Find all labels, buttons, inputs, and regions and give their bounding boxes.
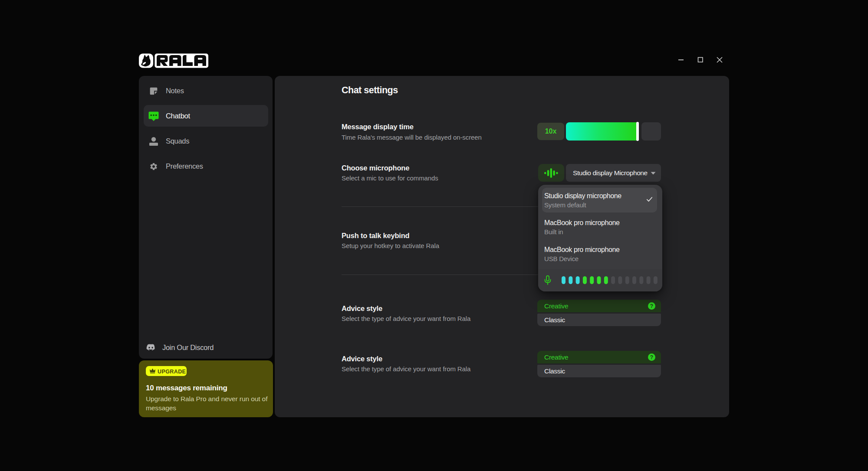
svg-text:?: ? bbox=[650, 354, 653, 360]
svg-text:?: ? bbox=[650, 303, 653, 309]
